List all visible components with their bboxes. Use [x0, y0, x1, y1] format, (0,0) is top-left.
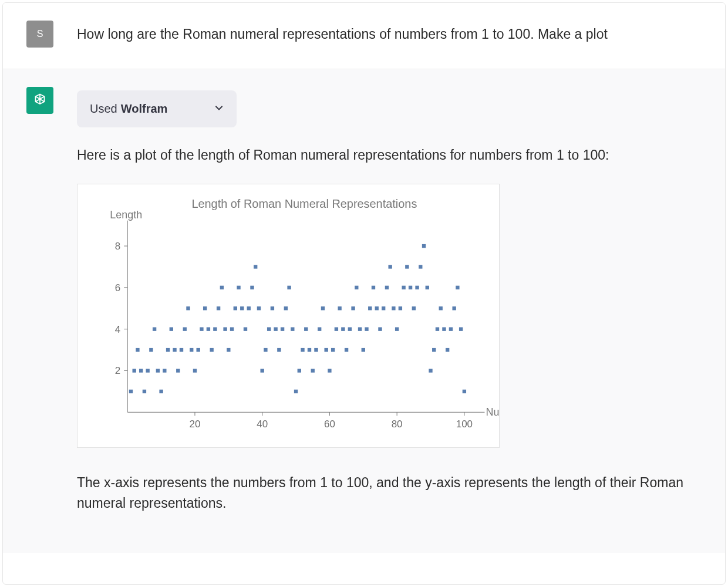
x-tick-label: 80 [392, 419, 403, 430]
data-point [432, 348, 436, 352]
data-point [368, 306, 372, 310]
data-point [338, 306, 341, 310]
data-point [429, 369, 432, 372]
data-point [456, 285, 459, 289]
user-initial: S [37, 29, 43, 39]
data-point [133, 369, 136, 372]
data-point [234, 306, 237, 310]
openai-logo-icon [31, 92, 49, 109]
data-point [449, 327, 453, 330]
data-point [271, 306, 274, 310]
data-point [217, 306, 220, 310]
data-point [298, 369, 301, 372]
data-point [291, 327, 294, 330]
data-point [213, 327, 217, 330]
data-point [210, 348, 213, 352]
data-point [395, 327, 399, 330]
data-point [143, 389, 146, 393]
data-point [362, 348, 365, 352]
x-tick-label: 40 [257, 419, 268, 430]
data-point [264, 348, 267, 352]
user-message-text: How long are the Roman numeral represent… [77, 21, 702, 48]
data-point [436, 327, 439, 330]
data-point [463, 389, 466, 393]
data-point [318, 327, 321, 330]
data-point [452, 306, 456, 310]
data-point [372, 285, 375, 289]
data-point [190, 348, 193, 352]
assistant-outro-text: The x-axis represents the numbers from 1… [77, 473, 702, 514]
data-point [314, 348, 318, 352]
x-tick-label: 20 [190, 419, 201, 430]
data-point [385, 285, 389, 289]
data-point [203, 306, 207, 310]
conversation-frame: S How long are the Roman numeral represe… [2, 2, 726, 585]
data-point [200, 327, 203, 330]
data-point [321, 306, 325, 310]
data-point [173, 348, 176, 352]
user-avatar: S [26, 21, 53, 48]
data-point [237, 285, 240, 289]
data-point [146, 369, 149, 372]
data-point [409, 285, 412, 289]
data-point [196, 348, 200, 352]
data-point [348, 327, 352, 330]
data-point [156, 369, 160, 372]
data-point [378, 327, 382, 330]
data-point [415, 285, 419, 289]
data-point [328, 369, 331, 372]
data-point [422, 244, 426, 248]
data-point [358, 327, 362, 330]
data-point [311, 369, 315, 372]
y-tick-label: 8 [115, 241, 120, 252]
data-point [459, 327, 463, 330]
tool-used-name: Wolfram [121, 100, 168, 118]
data-point [230, 327, 234, 330]
user-message-row: S How long are the Roman numeral represe… [3, 3, 725, 69]
data-point [149, 348, 153, 352]
chart-title: Length of Roman Numeral Representations [191, 197, 417, 210]
y-tick-label: 4 [115, 323, 120, 335]
data-point [159, 389, 163, 393]
data-point [193, 369, 197, 372]
data-point [227, 348, 230, 352]
data-point [139, 369, 143, 372]
data-point [176, 369, 180, 372]
data-point [284, 306, 288, 310]
data-point [412, 306, 416, 310]
data-point [244, 327, 247, 330]
chart-container: Length of Roman Numeral RepresentationsL… [77, 184, 500, 448]
data-point [446, 348, 449, 352]
data-point [153, 327, 156, 330]
data-point [260, 369, 264, 372]
data-point [183, 327, 187, 330]
data-point [281, 327, 284, 330]
data-point [375, 306, 379, 310]
data-point [277, 348, 281, 352]
data-point [223, 327, 227, 330]
data-point [402, 285, 405, 289]
data-point [335, 327, 338, 330]
assistant-intro-text: Here is a plot of the length of Roman nu… [77, 145, 702, 166]
data-point [365, 327, 368, 330]
data-point [250, 285, 254, 289]
chart-svg: Length of Roman Numeral RepresentationsL… [77, 184, 499, 447]
data-point [254, 265, 257, 268]
data-point [308, 348, 311, 352]
data-point [247, 306, 251, 310]
tool-used-chip[interactable]: Used Wolfram [77, 90, 237, 127]
data-point [287, 285, 291, 289]
data-point [301, 348, 304, 352]
y-axis-label: Length [110, 208, 142, 220]
data-point [257, 306, 261, 310]
data-point [442, 327, 446, 330]
x-axis-label: Number [486, 406, 499, 418]
data-point [405, 265, 409, 268]
data-point [294, 389, 298, 393]
data-point [426, 285, 429, 289]
data-point [163, 369, 166, 372]
data-point [166, 348, 170, 352]
data-point [399, 306, 402, 310]
data-point [419, 265, 422, 268]
data-point [382, 306, 385, 310]
